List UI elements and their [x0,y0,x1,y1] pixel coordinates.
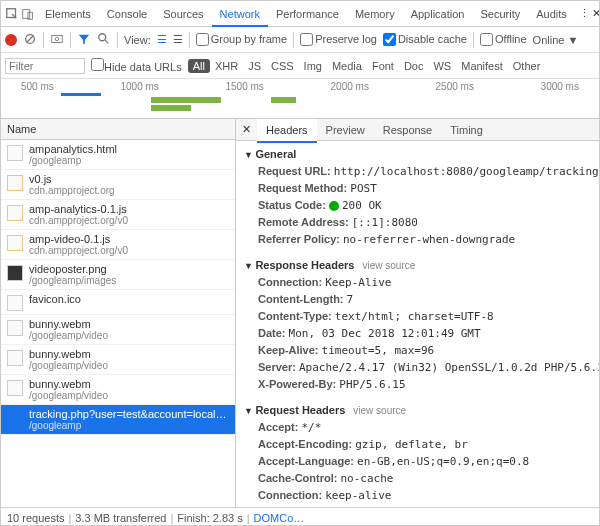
svg-rect-5 [52,35,63,42]
header-entry: Request URL: http://localhost:8080/googl… [244,163,591,180]
timeline-overview[interactable]: 500 ms1000 ms1500 ms2000 ms2500 ms3000 m… [1,79,599,119]
tab-application[interactable]: Application [403,3,473,25]
filter-type-js[interactable]: JS [243,59,266,73]
header-key: Accept: [258,421,301,433]
header-entry: Remote Address: [::1]:8080 [244,214,591,231]
device-toolbar-icon[interactable] [21,6,35,22]
filter-type-other[interactable]: Other [508,59,546,73]
header-value: [::1]:8080 [352,216,418,229]
name-column-header[interactable]: Name [1,119,235,140]
search-icon[interactable] [97,32,111,48]
waterfall-icon[interactable]: ☰ [173,33,183,46]
hide-data-urls-checkbox[interactable]: Hide data URLs [91,58,182,73]
filter-type-doc[interactable]: Doc [399,59,429,73]
close-icon[interactable]: ✕ [592,6,600,22]
timeline-tick: 1000 ms [120,81,158,92]
header-key: Request URL: [258,165,334,177]
tab-security[interactable]: Security [472,3,528,25]
request-row[interactable]: favicon.ico [1,290,235,315]
header-key: Accept-Encoding: [258,438,355,450]
tab-network[interactable]: Network [212,3,268,27]
header-entry: Server: Apache/2.4.17 (Win32) OpenSSL/1.… [244,359,591,376]
request-row[interactable]: bunny.webm/googleamp/video [1,315,235,345]
filter-type-font[interactable]: Font [367,59,399,73]
filter-type-media[interactable]: Media [327,59,367,73]
filter-icon[interactable] [77,32,91,48]
group-by-frame-checkbox[interactable]: Group by frame [196,33,287,47]
header-key: Keep-Alive: [258,344,322,356]
tab-sources[interactable]: Sources [155,3,211,25]
header-key: Request Method: [258,182,350,194]
close-details-icon[interactable]: ✕ [236,119,257,140]
detail-tab-response[interactable]: Response [374,119,442,141]
filter-input[interactable] [5,58,85,74]
file-icon [7,350,23,366]
header-key: Referrer Policy: [258,233,343,245]
header-entry: Content-Type: text/html; charset=UTF-8 [244,308,591,325]
status-bar: 10 requests| 3.3 MB transferred| Finish:… [1,507,599,526]
header-key: Connection: [258,276,325,288]
request-headers-section-header[interactable]: Request Headersview source [244,401,591,419]
file-name: bunny.webm [29,348,108,360]
filter-bar: Hide data URLs AllXHRJSCSSImgMediaFontDo… [1,53,599,79]
request-row[interactable]: amp-analytics-0.1.jscdn.ampproject.org/v… [1,200,235,230]
throttling-select[interactable]: Online ▼ [533,34,579,46]
request-row[interactable]: tracking.php?user=test&account=localhost… [1,405,235,435]
header-entry: Accept-Language: en-GB,en-US;q=0.9,en;q=… [244,453,591,470]
tab-memory[interactable]: Memory [347,3,403,25]
network-toolbar: View: ☰ ☰ Group by frame Preserve log Di… [1,27,599,53]
offline-checkbox[interactable]: Offline [480,33,527,47]
view-source-button[interactable]: view source [362,260,415,271]
view-source-button[interactable]: view source [353,405,406,416]
header-entry: Status Code: 200 OK [244,197,591,214]
request-row[interactable]: bunny.webm/googleamp/video [1,345,235,375]
request-row[interactable]: bunny.webm/googleamp/video [1,375,235,405]
detail-tabs: ✕ HeadersPreviewResponseTiming [236,119,599,141]
request-row[interactable]: videoposter.png/googleamp/images [1,260,235,290]
request-row[interactable]: ampanalytics.html/googleamp [1,140,235,170]
tab-elements[interactable]: Elements [37,3,99,25]
file-name: videoposter.png [29,263,116,275]
header-value: gzip, deflate, br [355,438,468,451]
tab-audits[interactable]: Audits [528,3,575,25]
preserve-log-checkbox[interactable]: Preserve log [300,33,377,47]
file-path: cdn.ampproject.org/v0 [29,215,128,226]
detail-tab-preview[interactable]: Preview [317,119,374,141]
disable-cache-checkbox[interactable]: Disable cache [383,33,467,47]
capture-icon[interactable] [50,32,64,48]
filter-type-manifest[interactable]: Manifest [456,59,508,73]
request-row[interactable]: amp-video-0.1.jscdn.ampproject.org/v0 [1,230,235,260]
filter-type-xhr[interactable]: XHR [210,59,243,73]
devtools-top-bar: ElementsConsoleSourcesNetworkPerformance… [1,1,599,27]
header-entry: Keep-Alive: timeout=5, max=96 [244,342,591,359]
finish-time: Finish: 2.83 s [177,512,242,524]
svg-point-7 [99,33,106,40]
tab-console[interactable]: Console [99,3,155,25]
timeline-tick: 1500 ms [226,81,264,92]
filter-type-img[interactable]: Img [299,59,327,73]
detail-tab-timing[interactable]: Timing [441,119,492,141]
file-icon [7,410,23,426]
large-rows-icon[interactable]: ☰ [157,33,167,46]
header-entry: Content-Length: 0 [244,504,591,507]
detail-tab-headers[interactable]: Headers [257,119,317,143]
filter-type-all[interactable]: All [188,59,210,73]
header-entry: Connection: keep-alive [244,487,591,504]
inspect-icon[interactable] [5,6,19,22]
request-row[interactable]: v0.jscdn.ampproject.org [1,170,235,200]
record-icon[interactable] [5,34,17,46]
svg-line-8 [105,39,109,43]
response-headers-section-header[interactable]: Response Headersview source [244,256,591,274]
filter-type-css[interactable]: CSS [266,59,299,73]
header-value: en-GB,en-US;q=0.9,en;q=0.8 [357,455,529,468]
general-section-header[interactable]: General [244,145,591,163]
header-entry: Accept-Encoding: gzip, deflate, br [244,436,591,453]
tab-performance[interactable]: Performance [268,3,347,25]
header-key: Content-Type: [258,310,335,322]
file-icon [7,295,23,311]
more-icon[interactable]: ⋮ [579,6,590,22]
header-value: 7 [347,293,354,306]
filter-type-ws[interactable]: WS [428,59,456,73]
clear-icon[interactable] [23,32,37,48]
header-entry: X-Powered-By: PHP/5.6.15 [244,376,591,393]
